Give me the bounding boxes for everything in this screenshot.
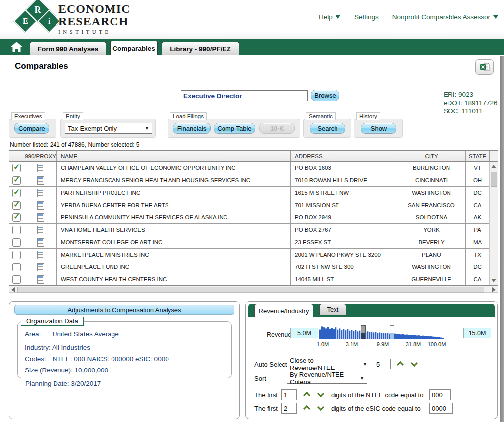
increment-chevron-icon[interactable] [304, 404, 311, 411]
compare-button[interactable]: Compare [14, 123, 49, 134]
scroll-right-arrow-icon[interactable] [492, 287, 496, 292]
revenue-min-box[interactable]: 5.0M [290, 328, 318, 338]
size-value[interactable]: Size (Revenue): 10,000,000 [25, 367, 108, 374]
table-vertical-scrollbar[interactable] [489, 162, 498, 285]
group-executives: Executives Compare [9, 119, 56, 138]
vertical-scroll-thumb[interactable] [491, 172, 497, 187]
job-title-input[interactable] [181, 90, 308, 101]
table-horizontal-scrollbar[interactable] [9, 286, 498, 293]
entity-select[interactable]: Tax-Exempt Only▼ [65, 123, 152, 134]
revenue-max-slider-handle[interactable] [390, 325, 394, 339]
decrement-chevron-icon[interactable] [318, 404, 325, 411]
row-city: BURLINGTON [397, 162, 466, 174]
ntee-code-input[interactable] [429, 389, 451, 400]
document-990-icon[interactable] [37, 238, 44, 247]
sort-dropdown[interactable]: By Revenue/NTEE Criteria▼ [287, 373, 367, 384]
row-990-cell [24, 236, 57, 248]
document-990-icon[interactable] [37, 263, 44, 271]
row-checkbox[interactable] [12, 251, 21, 259]
row-name: WEST COUNTY HEALTH CENTERS INC [57, 273, 291, 285]
tick-label: 31.8M [406, 341, 421, 347]
tab-form-990-analyses[interactable]: Form 990 Analyses [30, 42, 106, 55]
document-990-icon[interactable] [37, 226, 44, 234]
row-checkbox[interactable] [12, 263, 21, 271]
document-990-icon[interactable] [37, 275, 44, 284]
revenue-max-box[interactable]: 15.0M [463, 328, 491, 338]
row-990-cell [24, 187, 57, 199]
row-select-cell [9, 162, 24, 174]
row-name: MONTSERRAT COLLEGE OF ART INC [57, 236, 291, 248]
document-990-icon[interactable] [37, 213, 44, 222]
horizontal-scroll-thumb[interactable] [17, 287, 484, 293]
home-button[interactable] [10, 41, 23, 54]
select-arrow-icon: ▼ [363, 362, 367, 367]
industry-value[interactable]: All Industries [52, 344, 90, 351]
row-checkbox[interactable] [12, 226, 21, 234]
decrement-chevron-icon[interactable] [318, 391, 325, 398]
esic-suffix-label: digits of the eSIC code equal to [331, 405, 421, 412]
row-checkbox[interactable] [12, 176, 21, 185]
scroll-up-arrow-icon[interactable] [491, 165, 496, 168]
row-checkbox[interactable] [12, 213, 21, 222]
planning-date[interactable]: Planning Date: 3/20/2017 [25, 380, 101, 387]
comp-table-button[interactable]: Comp Table [214, 123, 255, 134]
row-select-cell [9, 174, 24, 186]
document-990-icon[interactable] [37, 164, 44, 172]
export-to-excel-button[interactable] [475, 59, 494, 75]
row-checkbox[interactable] [12, 189, 21, 197]
revenue-min-slider-handle[interactable] [361, 325, 366, 339]
results-summary: Number listed: 241 of 47886, Number sele… [10, 141, 139, 148]
menu-help[interactable]: Help [319, 13, 340, 21]
history-show-button[interactable]: Show [361, 123, 396, 134]
row-990-cell [24, 162, 57, 174]
header-name[interactable]: NAME [57, 151, 291, 161]
area-value[interactable]: United States Average [53, 330, 119, 338]
increment-chevron-icon[interactable] [397, 360, 404, 367]
row-checkbox[interactable] [12, 275, 21, 284]
tab-revenue-industry[interactable]: Revenue/Industry [254, 304, 313, 317]
esic-code-input[interactable] [429, 403, 453, 414]
scroll-down-arrow-icon[interactable] [491, 279, 496, 282]
header-address[interactable]: ADDRESS [291, 151, 397, 161]
increment-chevron-icon[interactable] [304, 391, 311, 398]
tab-comparables[interactable]: Comparables [110, 41, 158, 55]
org-area-line: Area: United States Average [25, 330, 119, 338]
entity-select-value: Tax-Exempt Only [68, 125, 117, 132]
table-header-row: 990/PROXY NAME ADDRESS CITY STATE [9, 151, 498, 162]
adjustments-button[interactable]: Adjustments to Compensation Analyses [14, 305, 234, 315]
row-checkbox[interactable] [12, 164, 21, 172]
document-990-icon[interactable] [37, 251, 44, 259]
row-address: 1615 M STREET NW [291, 187, 397, 199]
header-state[interactable]: STATE [466, 151, 490, 161]
page-scrollbar[interactable] [500, 56, 504, 422]
tab-library-990[interactable]: Library - 990/PF/EZ [162, 42, 239, 55]
menu-product-switcher[interactable]: Nonprofit Comparables Assessor [392, 13, 498, 21]
codes-value[interactable]: NTEE: 000 NAICS: 000000 eSIC: 0000 [53, 355, 169, 363]
auto-select-count-input[interactable] [374, 359, 391, 369]
document-990-icon[interactable] [37, 176, 44, 185]
tab-text[interactable]: Text [319, 304, 346, 315]
semantic-search-button[interactable]: Search [310, 123, 345, 134]
decrement-chevron-icon[interactable] [411, 360, 418, 367]
row-990-cell [24, 211, 57, 223]
esic-digits-input[interactable] [281, 403, 297, 414]
document-990-icon[interactable] [37, 201, 44, 210]
row-checkbox[interactable] [12, 238, 21, 247]
scroll-left-arrow-icon[interactable] [11, 287, 15, 292]
row-name: CHAMPLAIN VALLEY OFFICE OF ECONOMIC OPPO… [57, 162, 291, 174]
financials-button[interactable]: Financials [173, 123, 211, 134]
edot-code: eDOT: 189117726 [444, 99, 498, 107]
ntee-digits-input[interactable] [281, 389, 297, 400]
row-990-cell [24, 273, 57, 285]
top-header: R E i ECONOMIC RESEARCH INSTITUTE Help S… [0, 0, 504, 39]
excel-icon [480, 63, 490, 72]
document-990-icon[interactable] [37, 189, 44, 197]
row-city: SAN FRANCISCO [397, 199, 466, 211]
browse-button[interactable]: Browse [311, 90, 339, 101]
menu-settings[interactable]: Settings [354, 13, 379, 21]
header-city[interactable]: CITY [397, 151, 466, 161]
auto-select-dropdown[interactable]: Close to Revenue/NTEE▼ [287, 359, 370, 369]
revenue-label: Revenue [267, 331, 291, 338]
row-checkbox[interactable] [12, 201, 21, 210]
group-label-executives: Executives [11, 112, 45, 120]
